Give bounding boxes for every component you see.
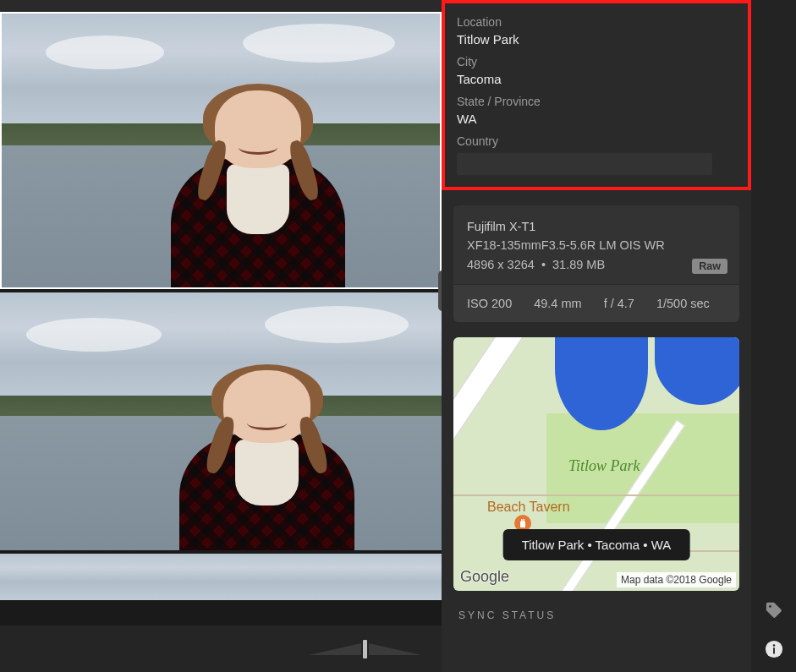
right-rail [751,0,796,672]
app-root: Location Titlow Park City Tacoma State /… [0,0,796,672]
map-water [655,337,739,405]
map-preview[interactable]: Titlow Park Beach Tavern Titlow Park • T… [453,337,739,591]
map-location-pill: Titlow Park • Tacoma • WA [503,529,690,560]
city-value[interactable]: Tacoma [457,72,736,86]
location-label: Location [457,15,736,29]
info-icon[interactable] [765,640,783,658]
camera-size-row: 4896 x 3264 • 31.89 MB [467,255,726,274]
country-input[interactable] [457,153,712,175]
camera-model: Fujifilm X-T1 [467,217,726,236]
slider-track-left [309,643,361,655]
map-brand: Google [460,568,509,586]
location-value[interactable]: Titlow Park [457,32,736,46]
exif-aperture: f / 4.7 [604,297,634,310]
exif-shutter: 1/500 sec [656,297,710,310]
photo [0,292,442,550]
photo [2,14,440,287]
state-label: State / Province [457,95,736,108]
grid-toolbar [0,626,442,672]
image-grid-panel [0,0,442,672]
exif-focal: 49.4 mm [534,297,581,310]
photo [0,554,442,600]
exif-row: ISO 200 49.4 mm f / 4.7 1/500 sec [453,284,739,322]
tag-icon[interactable] [765,601,783,620]
grid-row-strip [0,0,442,12]
file-size: 31.89 MB [552,258,605,271]
slider-track-right [369,643,421,655]
map-attribution: Map data ©2018 Google [617,572,736,587]
image-thumbnail[interactable] [0,292,442,550]
slider-knob[interactable] [363,640,367,658]
image-thumbnail-selected[interactable] [0,12,442,289]
image-grid[interactable] [0,0,442,626]
exif-iso: ISO 200 [467,297,512,310]
map-park-label: Titlow Park [568,457,640,475]
camera-lens: XF18-135mmF3.5-5.6R LM OIS WR [467,236,726,254]
state-value[interactable]: WA [457,112,736,126]
raw-badge: Raw [692,259,727,274]
info-panel: Location Titlow Park City Tacoma State /… [442,0,751,672]
grid-scrollbar[interactable] [438,270,442,311]
city-label: City [457,55,736,68]
location-card: Location Titlow Park City Tacoma State /… [442,0,751,190]
image-thumbnail[interactable] [0,554,442,600]
camera-card: Fujifilm X-T1 XF18-135mmF3.5-5.6R LM OIS… [453,205,739,322]
country-label: Country [457,134,736,148]
image-dimensions: 4896 x 3264 [467,258,535,271]
svg-rect-1 [773,647,775,653]
dot-separator: • [541,258,546,271]
sync-status-heading: SYNC STATUS [458,609,739,621]
thumbnail-size-slider[interactable] [309,640,421,658]
svg-point-2 [772,644,775,647]
map-road [453,494,739,496]
map-tavern-label: Beach Tavern [487,500,570,515]
